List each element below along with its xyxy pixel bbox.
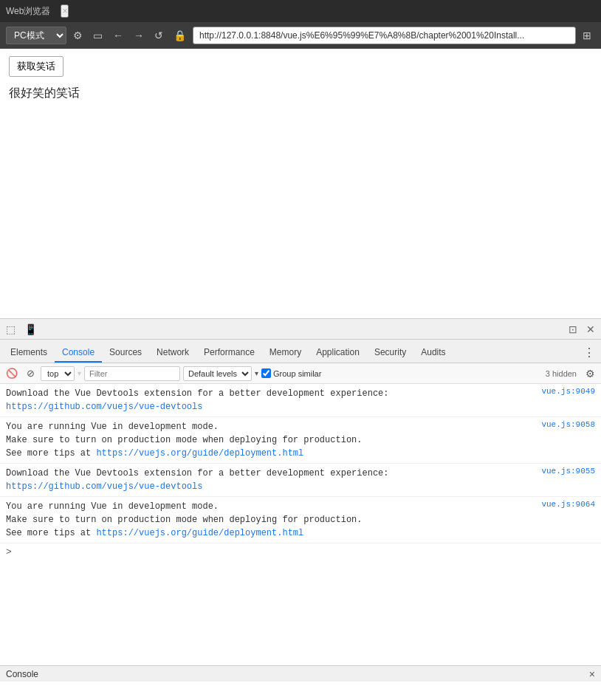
console-message-2: You are running Vue in development mode.… [0, 417, 601, 464]
console-messages: Download the Vue Devtools extension for … [0, 384, 601, 665]
page-content: 获取笑话 很好笑的笑话 [0, 49, 601, 318]
console-message-4-source[interactable]: vue.js:9064 [541, 500, 595, 509]
back-button[interactable]: ← [109, 27, 127, 44]
console-message-3: Download the Vue Devtools extension for … [0, 464, 601, 497]
console-message-4-link[interactable]: https://vuejs.org/guide/deployment.html [96, 528, 303, 538]
browser-close-button[interactable]: × [61, 4, 69, 18]
console-prompt: > [0, 543, 601, 560]
group-similar-checkbox[interactable] [261, 368, 271, 378]
mode-select[interactable]: PC模式移动模式 [6, 27, 66, 44]
filter-input[interactable] [84, 366, 180, 381]
console-settings-icon[interactable]: ⚙ [583, 366, 598, 381]
console-message-1: Download the Vue Devtools extension for … [0, 384, 601, 417]
grid-icon[interactable]: ⊞ [579, 27, 595, 44]
tab-audits[interactable]: Audits [413, 343, 453, 363]
console-message-2-link[interactable]: https://vuejs.org/guide/deployment.html [96, 448, 303, 459]
console-message-3-text: Download the Vue Devtools extension for … [6, 467, 535, 493]
console-filter-icon[interactable]: ⊘ [24, 366, 38, 380]
console-toolbar: 🚫 ⊘ top ▾ Default levels ▾ Group similar… [0, 363, 601, 384]
joke-text: 很好笑的笑话 [9, 86, 592, 101]
status-close-button[interactable]: × [589, 668, 595, 680]
hidden-count: 3 hidden [546, 369, 580, 378]
address-bar[interactable]: http://127.0.0.1:8848/vue.js%E6%95%99%E7… [193, 27, 576, 44]
tab-network[interactable]: Network [149, 343, 196, 363]
tab-performance[interactable]: Performance [196, 343, 262, 363]
browser-title: Web浏览器 [6, 5, 50, 18]
dock-icon[interactable]: ⊡ [566, 322, 580, 337]
context-separator: ▾ [78, 369, 81, 377]
console-prompt-arrow: > [6, 546, 12, 557]
tab-application[interactable]: Application [309, 343, 367, 363]
console-message-3-link[interactable]: https://github.com/vuejs/vue-devtools [6, 481, 202, 492]
log-level-arrow: ▾ [255, 369, 258, 377]
refresh-button[interactable]: ↺ [151, 27, 167, 44]
console-message-2-text: You are running Vue in development mode.… [6, 420, 535, 460]
console-message-4: You are running Vue in development mode.… [0, 497, 601, 543]
more-tabs-icon[interactable]: ⋮ [580, 343, 598, 363]
get-joke-button[interactable]: 获取笑话 [9, 56, 63, 77]
close-devtools-icon[interactable]: ✕ [583, 322, 598, 337]
browser-title-bar: Web浏览器 × [0, 0, 601, 22]
console-message-3-source[interactable]: vue.js:9055 [541, 467, 595, 476]
devtools-statusbar: Console × [0, 665, 601, 682]
lock-icon[interactable]: 🔒 [170, 27, 190, 44]
browser-toolbar: PC模式移动模式 ⚙ ▭ ← → ↺ 🔒 http://127.0.0.1:88… [0, 22, 601, 49]
tab-console[interactable]: Console [55, 343, 102, 363]
tab-memory[interactable]: Memory [262, 343, 309, 363]
device-toolbar-icon[interactable]: 📱 [21, 322, 40, 337]
status-console-label: Console [6, 669, 38, 679]
tab-sources[interactable]: Sources [102, 343, 149, 363]
console-message-1-link[interactable]: https://github.com/vuejs/vue-devtools [6, 402, 202, 412]
settings-icon[interactable]: ⚙ [69, 27, 86, 44]
context-select[interactable]: top [41, 366, 75, 381]
inspect-element-icon[interactable]: ⬚ [3, 322, 18, 337]
devtools-tabs: Elements Console Sources Network Perform… [0, 340, 601, 363]
console-message-4-text: You are running Vue in development mode.… [6, 500, 535, 540]
group-similar-label[interactable]: Group similar [261, 368, 321, 378]
devtools-topbar-right: ⊡ ✕ [566, 322, 598, 337]
console-message-1-text: Download the Vue Devtools extension for … [6, 387, 535, 414]
forward-button[interactable]: → [130, 27, 148, 44]
devtools-panel: ⬚ 📱 ⊡ ✕ Elements Console Sources Network… [0, 318, 601, 665]
display-icon[interactable]: ▭ [89, 27, 106, 44]
clear-console-button[interactable]: 🚫 [3, 366, 21, 380]
console-prompt-input[interactable] [15, 547, 595, 557]
console-message-1-source[interactable]: vue.js:9049 [541, 387, 595, 396]
devtools-topbar: ⬚ 📱 ⊡ ✕ [0, 319, 601, 340]
tab-elements[interactable]: Elements [3, 343, 55, 363]
console-message-2-source[interactable]: vue.js:9058 [541, 420, 595, 429]
log-level-select[interactable]: Default levels [183, 366, 252, 381]
tab-security[interactable]: Security [367, 343, 413, 363]
devtools-topbar-icons: ⬚ 📱 [3, 322, 40, 337]
